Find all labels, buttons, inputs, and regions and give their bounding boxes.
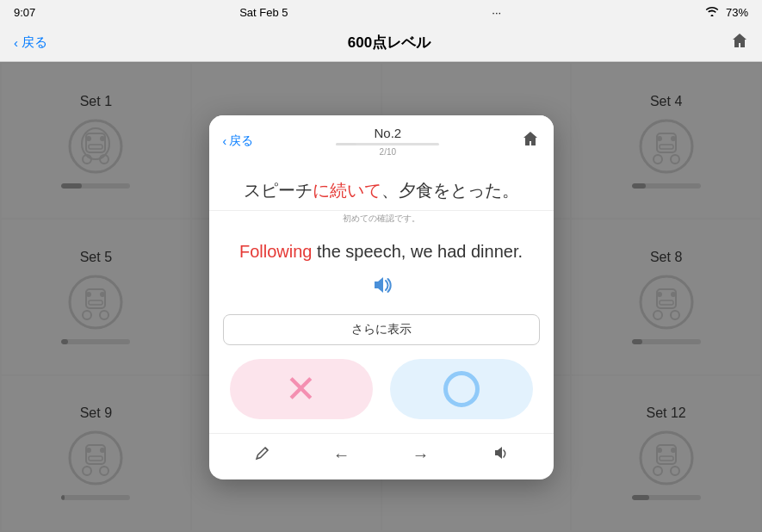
pencil-button[interactable]	[247, 441, 278, 469]
japanese-sentence: スピーチに続いて、夕食をとった。	[226, 177, 536, 203]
nav-back-chevron: ‹	[14, 35, 18, 50]
english-sentence: Following the speech, we had dinner.	[226, 238, 536, 264]
speaker-area	[209, 269, 554, 311]
modal-back-chevron: ‹	[223, 134, 227, 148]
nav-title: 600点レベル	[348, 33, 431, 53]
modal-card: ‹ 戻る No.2 2/10 スピーチに続いて、夕食をとった。 初めての確認です…	[209, 115, 554, 479]
nav-back-button[interactable]: ‹ 戻る	[14, 34, 47, 51]
nav-back-label: 戻る	[22, 34, 47, 51]
modal-progress-bar	[336, 143, 439, 145]
correct-answer-button[interactable]	[390, 359, 533, 419]
japanese-sentence-area: スピーチに続いて、夕食をとった。	[209, 164, 554, 207]
english-highlight: Following	[239, 242, 312, 261]
modal-back-button[interactable]: ‹ 戻る	[223, 133, 254, 149]
modal-footer: ← →	[209, 433, 554, 479]
x-symbol: ✕	[285, 370, 317, 408]
first-time-label: 初めての確認です。	[209, 210, 554, 230]
modal-back-label: 戻る	[229, 133, 253, 149]
nav-home-button[interactable]	[731, 32, 748, 53]
modal-card-number: No.2	[374, 126, 401, 140]
status-time: 9:07	[14, 6, 35, 19]
nav-bar: ‹ 戻る 600点レベル	[0, 24, 762, 62]
modal-title-area: No.2 2/10	[336, 126, 439, 157]
battery-label: 73%	[726, 6, 748, 19]
status-bar: 9:07 Sat Feb 5 ··· 73%	[0, 0, 762, 24]
answer-area: ✕	[209, 352, 554, 433]
status-date: Sat Feb 5	[239, 6, 288, 19]
show-more-button[interactable]: さらに表示	[223, 314, 540, 345]
modal-home-button[interactable]	[522, 130, 539, 152]
svg-marker-44	[495, 447, 502, 459]
o-symbol	[443, 371, 480, 407]
modal-progress-fill	[336, 143, 356, 145]
wrong-answer-button[interactable]: ✕	[230, 359, 373, 419]
modal-progress-text: 2/10	[380, 147, 396, 157]
wifi-icon	[705, 6, 719, 19]
modal-header: ‹ 戻る No.2 2/10	[209, 115, 554, 164]
footer-speaker-button[interactable]	[485, 441, 516, 469]
modal-overlay: ‹ 戻る No.2 2/10 スピーチに続いて、夕食をとった。 初めての確認です…	[0, 62, 762, 532]
status-dots: ···	[492, 6, 501, 19]
next-button[interactable]: →	[406, 442, 437, 468]
english-area: Following the speech, we had dinner.	[209, 230, 554, 269]
speaker-button[interactable]	[369, 278, 393, 301]
prev-button[interactable]: ←	[326, 442, 357, 468]
svg-marker-43	[375, 277, 383, 293]
japanese-highlight: に続いて	[313, 181, 381, 200]
